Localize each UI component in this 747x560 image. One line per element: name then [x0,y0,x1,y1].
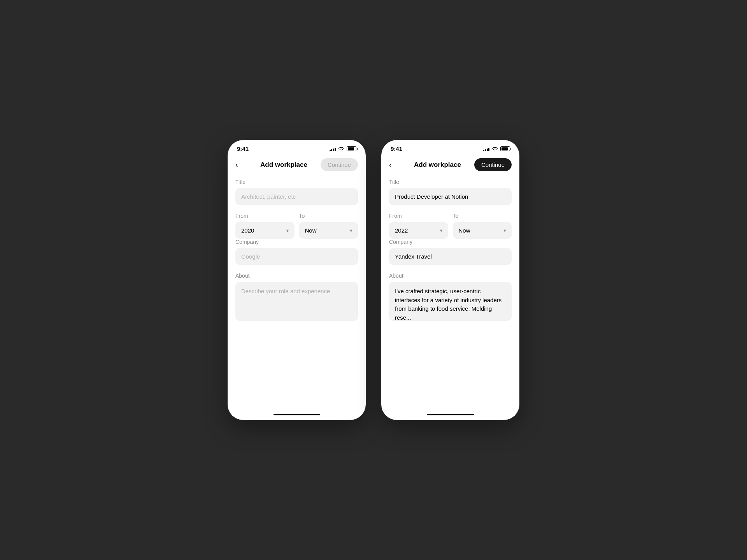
page-title-2: Add workplace [414,161,461,169]
to-label-1: To [299,213,358,219]
to-select-2[interactable]: Now 2022 2021 2020 [453,222,512,239]
to-select-1[interactable]: Now 2022 2021 2020 [299,222,358,239]
form-filled: Title From 2018 2019 2020 2021 2022 ▼ [381,176,519,411]
nav-header-2: ‹ Add workplace Continue [381,155,519,176]
about-label-2: About [389,273,512,279]
from-select-wrapper-1: 2018 2019 2020 2021 2022 ▼ [235,222,295,239]
phone-filled-state: 9:41 ‹ Add workplace Continue [381,140,519,420]
company-group-1: Company [235,239,358,265]
signal-icon-1 [330,147,336,151]
to-group-2: To Now 2022 2021 2020 ▼ [453,213,512,239]
signal-icon-2 [483,147,490,151]
from-group-1: From 2018 2019 2020 2021 2022 ▼ [235,213,295,239]
to-label-2: To [453,213,512,219]
title-input-2[interactable] [389,188,512,205]
company-input-2[interactable] [389,248,512,265]
status-icons-1 [330,146,357,151]
continue-button-1[interactable]: Continue [321,158,358,171]
status-bar-2: 9:41 [381,140,519,155]
to-select-wrapper-1: Now 2022 2021 2020 ▼ [299,222,358,239]
from-select-wrapper-2: 2018 2019 2020 2021 2022 ▼ [389,222,448,239]
battery-icon-2 [500,146,510,151]
from-select-1[interactable]: 2018 2019 2020 2021 2022 [235,222,295,239]
title-group-2: Title [389,179,512,205]
about-textarea-1[interactable] [235,282,358,321]
battery-icon-1 [347,146,356,151]
company-group-2: Company [389,239,512,265]
date-row-1: From 2018 2019 2020 2021 2022 ▼ To N [235,213,358,239]
back-button-1[interactable]: ‹ [235,160,247,169]
about-group-1: About [235,273,358,322]
to-select-wrapper-2: Now 2022 2021 2020 ▼ [453,222,512,239]
company-label-1: Company [235,239,358,245]
nav-header-1: ‹ Add workplace Continue [228,155,366,176]
status-icons-2 [483,146,510,151]
title-label-1: Title [235,179,358,185]
wifi-icon-2 [492,147,498,151]
from-select-2[interactable]: 2018 2019 2020 2021 2022 [389,222,448,239]
from-label-2: From [389,213,448,219]
title-group-1: Title [235,179,358,205]
date-row-2: From 2018 2019 2020 2021 2022 ▼ To N [389,213,512,239]
about-label-1: About [235,273,358,279]
from-group-2: From 2018 2019 2020 2021 2022 ▼ [389,213,448,239]
company-label-2: Company [389,239,512,245]
about-textarea-2[interactable]: I've crafted strategic, user-centric int… [389,282,512,321]
to-group-1: To Now 2022 2021 2020 ▼ [299,213,358,239]
title-label-2: Title [389,179,512,185]
title-input-1[interactable] [235,188,358,205]
status-bar-1: 9:41 [228,140,366,155]
wifi-icon-1 [338,147,344,151]
phone-empty-state: 9:41 ‹ Add workplace Continue [228,140,366,420]
form-empty: Title From 2018 2019 2020 2021 2022 ▼ [228,176,366,411]
company-input-1[interactable] [235,248,358,265]
page-title-1: Add workplace [260,161,307,169]
home-indicator-2 [381,411,519,420]
status-time-2: 9:41 [391,145,402,152]
from-label-1: From [235,213,295,219]
home-indicator-1 [228,411,366,420]
back-button-2[interactable]: ‹ [389,160,401,169]
status-time-1: 9:41 [237,145,249,152]
continue-button-2[interactable]: Continue [474,158,512,171]
about-group-2: About I've crafted strategic, user-centr… [389,273,512,322]
